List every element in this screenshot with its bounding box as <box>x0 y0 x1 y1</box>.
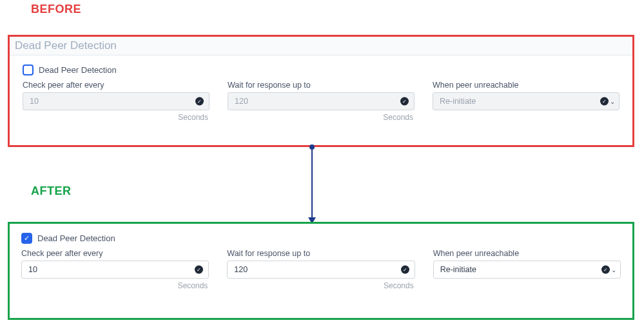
select-indicator: ✓ ⌄ <box>601 266 616 274</box>
wait-response-input[interactable]: 120 ✓ <box>227 261 415 279</box>
valid-icon: ✓ <box>195 97 204 106</box>
flow-arrow <box>311 147 313 222</box>
check-peer-field: Check peer after every 10 ✓ Seconds <box>21 249 209 290</box>
valid-icon: ✓ <box>401 266 409 274</box>
unreachable-label: When peer unreachable <box>433 249 621 258</box>
check-peer-unit: Seconds <box>21 281 209 290</box>
section-title: Dead Peer Detection <box>10 37 632 55</box>
wait-response-field: Wait for response up to 120 ✓ Seconds <box>227 249 415 290</box>
dpd-checkbox[interactable]: ✓ <box>21 233 32 244</box>
dpd-checkbox-row: Dead Peer Detection <box>23 64 620 75</box>
before-fields-row: Check peer after every 10 ✓ Seconds Wait… <box>23 81 620 122</box>
after-fields-row: Check peer after every 10 ✓ Seconds Wait… <box>21 249 621 290</box>
valid-icon: ✓ <box>195 266 203 274</box>
check-peer-label: Check peer after every <box>21 249 209 258</box>
unreachable-field: When peer unreachable Re-initiate ✓ ⌄ <box>433 81 620 122</box>
check-peer-unit: Seconds <box>23 113 210 122</box>
dpd-checkbox-row: ✓ Dead Peer Detection <box>21 233 621 244</box>
valid-icon: ✓ <box>600 97 609 106</box>
wait-response-unit: Seconds <box>228 113 415 122</box>
wait-response-unit: Seconds <box>227 281 415 290</box>
dpd-checkbox[interactable] <box>23 64 34 75</box>
chevron-down-icon: ⌄ <box>611 266 616 273</box>
dpd-checkbox-label: Dead Peer Detection <box>37 233 115 243</box>
before-panel: Dead Peer Detection Dead Peer Detection … <box>8 35 634 147</box>
check-peer-input[interactable]: 10 ✓ <box>21 261 209 279</box>
check-peer-input[interactable]: 10 ✓ <box>23 92 210 110</box>
check-peer-value: 10 <box>30 97 39 106</box>
before-body: Dead Peer Detection Check peer after eve… <box>10 55 632 128</box>
wait-response-label: Wait for response up to <box>227 249 415 258</box>
before-label: BEFORE <box>31 3 81 16</box>
check-peer-field: Check peer after every 10 ✓ Seconds <box>23 81 210 122</box>
unreachable-value: Re-initiate <box>440 97 476 106</box>
after-panel: ✓ Dead Peer Detection Check peer after e… <box>8 222 634 320</box>
wait-response-value: 120 <box>234 265 248 274</box>
select-indicator: ✓ ⌄ <box>600 97 615 106</box>
wait-response-field: Wait for response up to 120 ✓ Seconds <box>228 81 415 122</box>
after-label: AFTER <box>31 184 72 198</box>
unreachable-value: Re-initiate <box>440 265 476 274</box>
check-peer-value: 10 <box>28 265 37 274</box>
unreachable-field: When peer unreachable Re-initiate ✓ ⌄ <box>433 249 621 290</box>
valid-icon: ✓ <box>601 266 610 274</box>
unreachable-select[interactable]: Re-initiate ✓ ⌄ <box>433 92 620 110</box>
unreachable-select[interactable]: Re-initiate ✓ ⌄ <box>433 261 621 279</box>
check-peer-label: Check peer after every <box>23 81 210 90</box>
wait-response-value: 120 <box>235 97 248 106</box>
dpd-checkbox-label: Dead Peer Detection <box>39 65 117 75</box>
wait-response-input[interactable]: 120 ✓ <box>228 92 415 110</box>
unreachable-label: When peer unreachable <box>433 81 620 90</box>
wait-response-label: Wait for response up to <box>228 81 415 90</box>
chevron-down-icon: ⌄ <box>610 98 615 105</box>
valid-icon: ✓ <box>400 97 409 106</box>
